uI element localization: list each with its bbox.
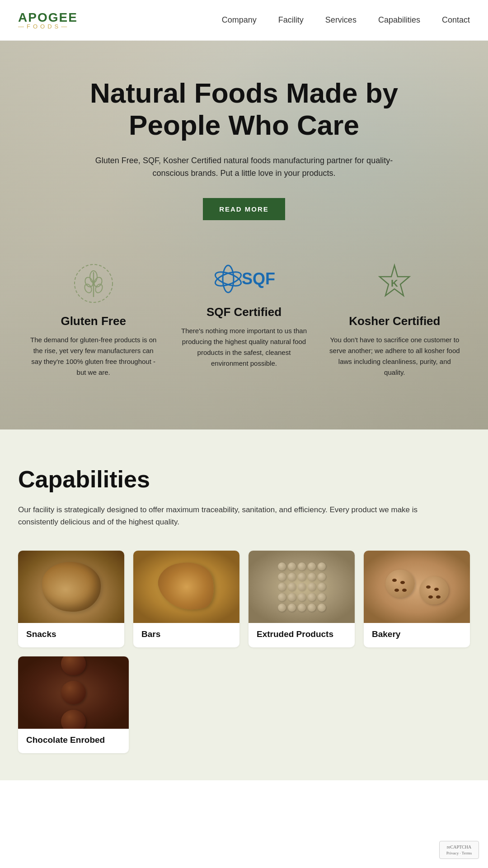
ext-ball bbox=[288, 562, 296, 571]
ext-ball bbox=[308, 583, 316, 591]
ext-ball bbox=[308, 604, 316, 612]
read-more-button[interactable]: READ MORE bbox=[203, 198, 285, 220]
snacks-image bbox=[18, 551, 124, 623]
logo: APOGEE —FOODS— bbox=[18, 10, 78, 30]
svg-point-4 bbox=[93, 276, 103, 288]
cert-gluten-free-title: Gluten Free bbox=[61, 314, 126, 328]
cookie-visual bbox=[385, 570, 449, 604]
cert-kosher-title: Kosher Certified bbox=[349, 314, 440, 328]
ext-ball bbox=[278, 593, 286, 601]
svg-point-3 bbox=[84, 276, 94, 288]
product-card-snacks[interactable]: Snacks bbox=[18, 551, 124, 647]
ext-ball bbox=[318, 604, 326, 612]
bars-visual bbox=[154, 556, 219, 618]
svg-point-5 bbox=[83, 283, 93, 294]
cert-kosher-desc: You don't have to sacrifice one customer… bbox=[328, 335, 461, 378]
ext-ball bbox=[288, 593, 296, 601]
kosher-icon-wrap: K bbox=[372, 261, 417, 306]
cookie-2 bbox=[419, 576, 449, 604]
nav-contact[interactable]: Contact bbox=[442, 15, 470, 25]
nav-services[interactable]: Services bbox=[325, 15, 357, 25]
nav-company[interactable]: Company bbox=[222, 15, 257, 25]
choc-label: Chocolate Enrobed bbox=[18, 729, 129, 745]
cert-sqf: SQF SQF Certified There's nothing more i… bbox=[169, 261, 319, 369]
svg-text:SQF: SQF bbox=[242, 269, 275, 288]
snacks-label: Snacks bbox=[18, 623, 124, 639]
svg-point-6 bbox=[94, 283, 103, 294]
bakery-label: Bakery bbox=[364, 623, 470, 639]
hero-title: Natural Foods Made by People Who Care bbox=[84, 77, 404, 142]
choc-ball bbox=[61, 656, 86, 675]
cert-gluten-free: Gluten Free The demand for gluten-free p… bbox=[18, 261, 169, 378]
extruded-image bbox=[249, 551, 355, 623]
hero-section: Natural Foods Made by People Who Care Gl… bbox=[0, 41, 488, 429]
sqf-icon: SQF bbox=[210, 261, 278, 297]
capabilities-grid: Snacks Bars bbox=[18, 551, 470, 647]
product-card-choc[interactable]: Chocolate Enrobed bbox=[18, 656, 129, 753]
snacks-visual bbox=[42, 562, 101, 612]
ext-ball bbox=[278, 604, 286, 612]
gluten-free-icon-wrap bbox=[71, 261, 116, 306]
ext-ball bbox=[318, 593, 326, 601]
cap-row2: Chocolate Enrobed bbox=[18, 656, 470, 753]
logo-foods: —FOODS— bbox=[18, 23, 70, 30]
ext-ball bbox=[278, 562, 286, 571]
ext-ball bbox=[308, 573, 316, 581]
sqf-icon-wrap: SQF bbox=[210, 261, 278, 297]
cookie-1 bbox=[385, 570, 415, 598]
nav-capabilities[interactable]: Capabilities bbox=[378, 15, 420, 25]
cert-sqf-title: SQF Certified bbox=[206, 305, 282, 319]
ext-ball bbox=[318, 562, 326, 571]
capabilities-title: Capabilities bbox=[18, 466, 470, 493]
product-card-extruded[interactable]: Extruded Products bbox=[249, 551, 355, 647]
ext-ball bbox=[308, 562, 316, 571]
gluten-free-icon bbox=[73, 263, 114, 304]
ext-ball bbox=[318, 573, 326, 581]
certifications-row: Gluten Free The demand for gluten-free p… bbox=[0, 234, 488, 396]
choc-ball bbox=[61, 681, 86, 704]
extruded-label: Extruded Products bbox=[249, 623, 355, 639]
ext-ball bbox=[318, 583, 326, 591]
ext-ball bbox=[298, 562, 306, 571]
choc-ball bbox=[61, 710, 86, 729]
choc-visual bbox=[47, 656, 101, 729]
ext-ball bbox=[288, 604, 296, 612]
nav-facility[interactable]: Facility bbox=[278, 15, 304, 25]
ext-ball bbox=[278, 573, 286, 581]
cert-kosher: K Kosher Certified You don't have to sac… bbox=[319, 261, 470, 378]
ext-ball bbox=[308, 593, 316, 601]
kosher-icon: K bbox=[374, 263, 415, 304]
ext-ball bbox=[298, 604, 306, 612]
ext-ball bbox=[298, 593, 306, 601]
choc-image bbox=[18, 656, 129, 729]
empty-space bbox=[138, 656, 470, 753]
product-card-bakery[interactable]: Bakery bbox=[364, 551, 470, 647]
capabilities-section: Capabilities Our facility is strategical… bbox=[0, 429, 488, 780]
bakery-image bbox=[364, 551, 470, 623]
svg-text:K: K bbox=[391, 278, 398, 289]
ext-ball bbox=[298, 583, 306, 591]
extruded-visual bbox=[275, 562, 329, 612]
main-nav: Company Facility Services Capabilities C… bbox=[222, 15, 470, 25]
cert-sqf-desc: There's nothing more important to us tha… bbox=[178, 326, 310, 369]
header: APOGEE —FOODS— Company Facility Services… bbox=[0, 0, 488, 41]
ext-ball bbox=[278, 583, 286, 591]
hero-subtitle: Gluten Free, SQF, Kosher Certified natur… bbox=[84, 154, 404, 180]
bars-label: Bars bbox=[133, 623, 239, 639]
capabilities-description: Our facility is strategically designed t… bbox=[18, 504, 425, 528]
svg-point-9 bbox=[223, 265, 234, 292]
hero-content: Natural Foods Made by People Who Care Gl… bbox=[75, 77, 413, 220]
ext-ball bbox=[288, 573, 296, 581]
cert-gluten-free-desc: The demand for gluten-free products is o… bbox=[27, 335, 160, 378]
product-card-bars[interactable]: Bars bbox=[133, 551, 239, 647]
ext-ball bbox=[298, 573, 306, 581]
ext-ball bbox=[288, 583, 296, 591]
bars-image bbox=[133, 551, 239, 623]
